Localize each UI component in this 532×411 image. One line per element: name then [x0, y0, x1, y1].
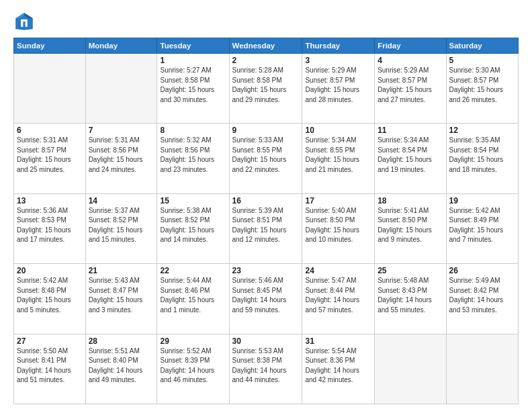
calendar-cell: 16Sunrise: 5:39 AM Sunset: 8:51 PM Dayli…: [229, 193, 302, 263]
day-number: 17: [305, 196, 371, 205]
day-number: 8: [160, 126, 226, 135]
calendar-cell: 19Sunrise: 5:42 AM Sunset: 8:49 PM Dayli…: [446, 193, 518, 263]
day-number: 16: [232, 196, 300, 205]
calendar-cell: 15Sunrise: 5:38 AM Sunset: 8:52 PM Dayli…: [157, 193, 229, 263]
calendar-cell: 23Sunrise: 5:46 AM Sunset: 8:45 PM Dayli…: [229, 264, 302, 334]
calendar-cell: [85, 54, 157, 124]
day-info: Sunrise: 5:34 AM Sunset: 8:55 PM Dayligh…: [305, 136, 371, 175]
calendar-cell: 27Sunrise: 5:50 AM Sunset: 8:41 PM Dayli…: [14, 334, 86, 404]
day-number: 26: [449, 266, 515, 275]
day-number: 31: [305, 336, 371, 346]
day-info: Sunrise: 5:34 AM Sunset: 8:54 PM Dayligh…: [378, 136, 443, 175]
day-number: 15: [160, 196, 226, 205]
calendar-cell: [375, 334, 446, 404]
day-info: Sunrise: 5:52 AM Sunset: 8:39 PM Dayligh…: [160, 347, 226, 385]
day-info: Sunrise: 5:48 AM Sunset: 8:43 PM Dayligh…: [378, 276, 443, 315]
weekday-header-wednesday: Wednesday: [229, 38, 302, 54]
day-number: 2: [232, 56, 300, 65]
day-info: Sunrise: 5:40 AM Sunset: 8:50 PM Dayligh…: [305, 206, 371, 245]
day-info: Sunrise: 5:35 AM Sunset: 8:54 PM Dayligh…: [449, 136, 515, 175]
day-info: Sunrise: 5:51 AM Sunset: 8:40 PM Dayligh…: [89, 347, 154, 385]
calendar-cell: 14Sunrise: 5:37 AM Sunset: 8:52 PM Dayli…: [85, 193, 157, 263]
calendar-cell: 17Sunrise: 5:40 AM Sunset: 8:50 PM Dayli…: [302, 193, 375, 263]
weekday-header-monday: Monday: [85, 38, 157, 54]
day-number: 4: [378, 56, 443, 65]
calendar-header-row: SundayMondayTuesdayWednesdayThursdayFrid…: [14, 38, 519, 54]
day-info: Sunrise: 5:37 AM Sunset: 8:52 PM Dayligh…: [89, 206, 154, 245]
calendar-cell: 24Sunrise: 5:47 AM Sunset: 8:44 PM Dayli…: [302, 264, 375, 334]
day-info: Sunrise: 5:31 AM Sunset: 8:57 PM Dayligh…: [17, 136, 83, 175]
day-number: 9: [232, 126, 300, 135]
calendar-cell: 30Sunrise: 5:53 AM Sunset: 8:38 PM Dayli…: [229, 334, 302, 404]
day-info: Sunrise: 5:29 AM Sunset: 8:57 PM Dayligh…: [305, 66, 371, 105]
day-number: 6: [17, 126, 83, 135]
day-info: Sunrise: 5:54 AM Sunset: 8:36 PM Dayligh…: [305, 347, 371, 385]
weekday-header-sunday: Sunday: [14, 38, 86, 54]
day-info: Sunrise: 5:30 AM Sunset: 8:57 PM Dayligh…: [449, 66, 515, 105]
day-number: 18: [378, 196, 443, 205]
day-info: Sunrise: 5:41 AM Sunset: 8:50 PM Dayligh…: [378, 206, 443, 245]
calendar-week-row: 27Sunrise: 5:50 AM Sunset: 8:41 PM Dayli…: [14, 334, 519, 404]
day-info: Sunrise: 5:38 AM Sunset: 8:52 PM Dayligh…: [160, 206, 226, 245]
day-number: 14: [89, 196, 154, 205]
day-info: Sunrise: 5:39 AM Sunset: 8:51 PM Dayligh…: [232, 206, 300, 245]
calendar-cell: 6Sunrise: 5:31 AM Sunset: 8:57 PM Daylig…: [14, 124, 86, 193]
calendar-cell: 4Sunrise: 5:29 AM Sunset: 8:57 PM Daylig…: [375, 54, 446, 124]
logo: [13, 11, 38, 32]
calendar-cell: 8Sunrise: 5:32 AM Sunset: 8:56 PM Daylig…: [157, 124, 229, 193]
calendar-cell: 9Sunrise: 5:33 AM Sunset: 8:55 PM Daylig…: [229, 124, 302, 193]
day-number: 29: [160, 336, 226, 346]
calendar-cell: 25Sunrise: 5:48 AM Sunset: 8:43 PM Dayli…: [375, 264, 446, 334]
day-number: 23: [232, 266, 300, 275]
calendar-cell: 28Sunrise: 5:51 AM Sunset: 8:40 PM Dayli…: [85, 334, 157, 404]
header: [13, 11, 519, 32]
calendar-cell: 13Sunrise: 5:36 AM Sunset: 8:53 PM Dayli…: [14, 193, 86, 263]
calendar-table: SundayMondayTuesdayWednesdayThursdayFrid…: [13, 38, 519, 404]
day-number: 27: [17, 336, 83, 346]
day-number: 13: [17, 196, 83, 205]
day-number: 12: [449, 126, 515, 135]
day-number: 21: [89, 266, 154, 275]
calendar-cell: [446, 334, 518, 404]
day-number: 19: [449, 196, 515, 205]
weekday-header-saturday: Saturday: [446, 38, 518, 54]
weekday-header-friday: Friday: [375, 38, 446, 54]
day-info: Sunrise: 5:42 AM Sunset: 8:48 PM Dayligh…: [17, 276, 83, 315]
day-number: 5: [449, 56, 515, 65]
day-info: Sunrise: 5:36 AM Sunset: 8:53 PM Dayligh…: [17, 206, 83, 245]
day-info: Sunrise: 5:28 AM Sunset: 8:58 PM Dayligh…: [232, 66, 300, 105]
calendar-cell: 20Sunrise: 5:42 AM Sunset: 8:48 PM Dayli…: [14, 264, 86, 334]
day-number: 28: [89, 336, 154, 346]
day-number: 1: [160, 56, 226, 65]
day-info: Sunrise: 5:31 AM Sunset: 8:56 PM Dayligh…: [89, 136, 154, 175]
calendar-cell: 11Sunrise: 5:34 AM Sunset: 8:54 PM Dayli…: [375, 124, 446, 193]
calendar-week-row: 6Sunrise: 5:31 AM Sunset: 8:57 PM Daylig…: [14, 124, 519, 193]
calendar-cell: 1Sunrise: 5:27 AM Sunset: 8:58 PM Daylig…: [157, 54, 229, 124]
logo-icon: [13, 11, 35, 32]
calendar-cell: 26Sunrise: 5:49 AM Sunset: 8:42 PM Dayli…: [446, 264, 518, 334]
calendar-cell: 12Sunrise: 5:35 AM Sunset: 8:54 PM Dayli…: [446, 124, 518, 193]
day-number: 22: [160, 266, 226, 275]
day-info: Sunrise: 5:32 AM Sunset: 8:56 PM Dayligh…: [160, 136, 226, 175]
calendar-cell: [14, 54, 86, 124]
page: SundayMondayTuesdayWednesdayThursdayFrid…: [0, 0, 532, 411]
day-number: 25: [378, 266, 443, 275]
day-info: Sunrise: 5:29 AM Sunset: 8:57 PM Dayligh…: [378, 66, 443, 105]
day-info: Sunrise: 5:47 AM Sunset: 8:44 PM Dayligh…: [305, 276, 371, 315]
calendar-cell: 5Sunrise: 5:30 AM Sunset: 8:57 PM Daylig…: [446, 54, 518, 124]
calendar-cell: 31Sunrise: 5:54 AM Sunset: 8:36 PM Dayli…: [302, 334, 375, 404]
calendar-cell: 2Sunrise: 5:28 AM Sunset: 8:58 PM Daylig…: [229, 54, 302, 124]
weekday-header-thursday: Thursday: [302, 38, 375, 54]
day-info: Sunrise: 5:44 AM Sunset: 8:46 PM Dayligh…: [160, 276, 226, 315]
day-info: Sunrise: 5:42 AM Sunset: 8:49 PM Dayligh…: [449, 206, 515, 245]
calendar-week-row: 20Sunrise: 5:42 AM Sunset: 8:48 PM Dayli…: [14, 264, 519, 334]
day-info: Sunrise: 5:27 AM Sunset: 8:58 PM Dayligh…: [160, 66, 226, 105]
day-number: 11: [378, 126, 443, 135]
day-info: Sunrise: 5:46 AM Sunset: 8:45 PM Dayligh…: [232, 276, 300, 315]
day-number: 30: [232, 336, 300, 346]
calendar-cell: 18Sunrise: 5:41 AM Sunset: 8:50 PM Dayli…: [375, 193, 446, 263]
calendar-week-row: 1Sunrise: 5:27 AM Sunset: 8:58 PM Daylig…: [14, 54, 519, 124]
day-info: Sunrise: 5:33 AM Sunset: 8:55 PM Dayligh…: [232, 136, 300, 175]
day-number: 7: [89, 126, 154, 135]
day-number: 20: [17, 266, 83, 275]
